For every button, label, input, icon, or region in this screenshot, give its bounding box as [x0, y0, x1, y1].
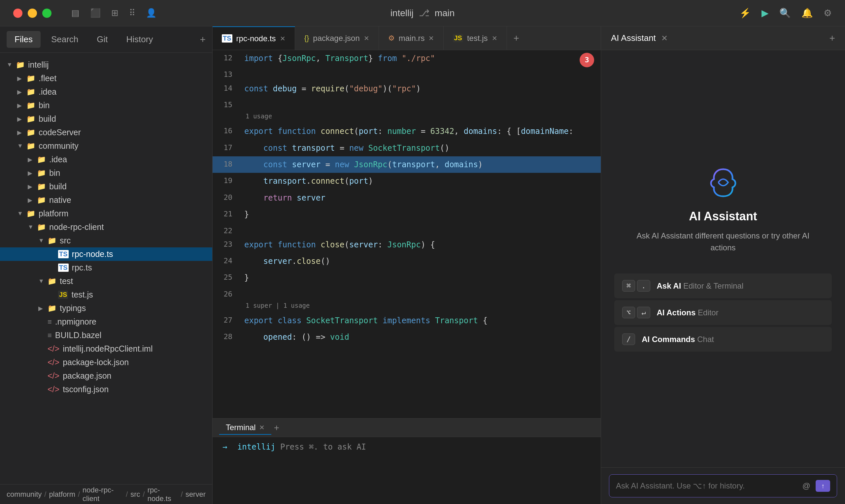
ai-actions-list: ⌘ . Ask AI Editor & Terminal ⌥ ↵ AI Acti…: [614, 273, 832, 352]
editor-tab-test-js[interactable]: JS test.js ✕: [444, 26, 507, 50]
bell-icon[interactable]: 🔔: [802, 7, 813, 18]
terminal-tab-label: Terminal: [226, 423, 256, 432]
tree-item-src[interactable]: ▼ 📁 src: [0, 234, 212, 247]
ai-welcome-title: AI Assistant: [689, 210, 757, 223]
tree-item-iml[interactable]: </> intellij.nodeRpcClient.iml: [0, 342, 212, 356]
sidebar-tab-files[interactable]: Files: [6, 31, 40, 48]
tree-label: typings: [60, 304, 86, 313]
breadcrumb-item: platform: [49, 490, 75, 499]
tree-item-community[interactable]: ▼ 📁 community: [0, 139, 212, 153]
tree-item-bin1[interactable]: ▶ 📁 bin: [0, 98, 212, 112]
code-line: 20 return server: [213, 190, 601, 206]
tree-item-community-native[interactable]: ▶ 📁 native: [0, 193, 212, 207]
code-line: 16 export function connect(port: number …: [213, 123, 601, 140]
branch-name: main: [435, 8, 455, 18]
panel-toggle-icon[interactable]: ⬛: [90, 8, 101, 18]
lightning-icon[interactable]: ⚡: [739, 7, 751, 18]
terminal-hint: Press ⌘. to ask AI: [280, 442, 366, 452]
ai-panel-header: AI Assistant ✕ +: [601, 26, 845, 50]
code-line: 26: [213, 286, 601, 300]
people-icon[interactable]: 👤: [146, 8, 156, 18]
terminal-tab-add-icon[interactable]: +: [274, 422, 279, 433]
traffic-lights: [13, 8, 52, 18]
editor-tab-package-json[interactable]: {} package.json ✕: [295, 26, 379, 50]
app-name: intellij: [390, 8, 413, 18]
tree-item-community-bin[interactable]: ▶ 📁 bin: [0, 166, 212, 180]
tree-label: codeServer: [39, 128, 81, 137]
sidebar-tabs: Files Search Git History +: [0, 26, 212, 53]
sidebar-tab-search[interactable]: Search: [43, 31, 86, 48]
tree-item-rpc-ts[interactable]: TS rpc.ts: [0, 261, 212, 274]
tree-item-community-idea[interactable]: ▶ 📁 .idea: [0, 153, 212, 166]
code-line: 28 opened: () => void: [213, 329, 601, 345]
terminal-body: → intellij Press ⌘. to ask AI: [213, 437, 601, 504]
tab-close-icon[interactable]: ✕: [280, 35, 285, 42]
terminal-project: intellij: [237, 442, 276, 452]
tab-close-icon[interactable]: ✕: [428, 34, 434, 42]
code-line: 14 const debug = require("debug")("rpc"): [213, 80, 601, 97]
sidebar-toggle-icon[interactable]: ▤: [71, 8, 80, 18]
sidebar-tab-add-icon[interactable]: +: [200, 34, 206, 45]
maximize-button[interactable]: [42, 8, 52, 18]
close-button[interactable]: [13, 8, 22, 18]
tree-item-node-rpc-client[interactable]: ▼ 📁 node-rpc-client: [0, 220, 212, 234]
editor-tabs: TS rpc-node.ts ✕ {} package.json ✕ ⚙ mai…: [213, 26, 601, 50]
tree-root[interactable]: ▼ 📁 intellij: [0, 58, 212, 72]
sidebar-tab-git[interactable]: Git: [89, 31, 116, 48]
ai-logo-icon: [707, 166, 740, 199]
ai-action-ask-ai[interactable]: ⌘ . Ask AI Editor & Terminal: [614, 273, 832, 298]
breadcrumb-item: src: [130, 490, 140, 499]
tab-label: rpc-node.ts: [236, 34, 276, 43]
tree-item-test-js[interactable]: JS test.js: [0, 288, 212, 302]
tree-item-idea1[interactable]: ▶ 📁 .idea: [0, 85, 212, 98]
at-icon[interactable]: @: [803, 481, 810, 490]
ai-action-label: AI Commands Chat: [642, 335, 714, 344]
sidebar-tab-history[interactable]: History: [119, 31, 161, 48]
tree-label: rpc.ts: [72, 263, 92, 272]
run-icon[interactable]: ▶: [761, 7, 769, 18]
tree-label: bin: [39, 101, 50, 110]
terminal-tab-close-icon[interactable]: ✕: [259, 424, 265, 431]
tree-item-build-bazel[interactable]: ≡ BUILD.bazel: [0, 328, 212, 342]
code-line: 22: [213, 223, 601, 236]
tree-label: bin: [49, 168, 60, 178]
tree-item-community-build[interactable]: ▶ 📁 build: [0, 180, 212, 193]
tree-item-codeserver[interactable]: ▶ 📁 codeServer: [0, 126, 212, 139]
tree-item-rpc-node-ts[interactable]: TS rpc-node.ts: [0, 247, 212, 261]
editor-tab-rpc-node[interactable]: TS rpc-node.ts ✕: [213, 26, 295, 50]
ai-panel-add-icon[interactable]: +: [829, 33, 835, 44]
editor-tab-add-icon[interactable]: +: [507, 33, 526, 44]
settings-icon[interactable]: ⚙: [824, 7, 832, 18]
ai-panel-close-icon[interactable]: ✕: [661, 34, 668, 43]
sidebar-tree: ▼ 📁 intellij ▶ 📁 .fleet ▶ 📁 .idea ▶: [0, 53, 212, 484]
tree-item-npmignore[interactable]: ≡ .npmignore: [0, 315, 212, 328]
code-editor[interactable]: 3 12 import {JsonRpc, Transport} from ".…: [213, 50, 601, 418]
ai-send-button[interactable]: ↑: [816, 480, 830, 492]
grid-icon[interactable]: ⠿: [129, 8, 135, 18]
tree-label: build: [49, 182, 67, 191]
code-area: 3 12 import {JsonRpc, Transport} from ".…: [213, 50, 601, 504]
tab-close-icon[interactable]: ✕: [492, 34, 497, 42]
tree-item-fleet[interactable]: ▶ 📁 .fleet: [0, 72, 212, 85]
ai-input-field[interactable]: [616, 481, 797, 490]
editor-tab-main-rs[interactable]: ⚙ main.rs ✕: [379, 26, 444, 50]
tree-item-build1[interactable]: ▶ 📁 build: [0, 112, 212, 126]
tree-item-test[interactable]: ▼ 📁 test: [0, 274, 212, 288]
layout-icon[interactable]: ⊞: [111, 8, 119, 18]
tree-label: build: [39, 114, 56, 124]
ai-action-commands[interactable]: / AI Commands Chat: [614, 327, 832, 352]
tree-item-platform[interactable]: ▼ 📁 platform: [0, 207, 212, 220]
terminal-tab-terminal[interactable]: Terminal ✕: [219, 421, 271, 435]
minimize-button[interactable]: [28, 8, 37, 18]
tree-label: rpc-node.ts: [72, 249, 113, 259]
breadcrumb-item: rpc-node.ts: [147, 486, 178, 503]
ai-action-kbd: ⌥ ↵: [622, 307, 650, 318]
search-icon[interactable]: 🔍: [779, 7, 791, 18]
tree-item-package-json[interactable]: </> package.json: [0, 369, 212, 383]
tree-item-tsconfig[interactable]: </> tsconfig.json: [0, 383, 212, 396]
tree-item-package-lock[interactable]: </> package-lock.json: [0, 356, 212, 369]
tab-close-icon[interactable]: ✕: [364, 34, 369, 42]
ai-action-ai-actions[interactable]: ⌥ ↵ AI Actions Editor: [614, 300, 832, 325]
tree-label: src: [60, 236, 71, 246]
tree-item-typings[interactable]: ▶ 📁 typings: [0, 302, 212, 315]
